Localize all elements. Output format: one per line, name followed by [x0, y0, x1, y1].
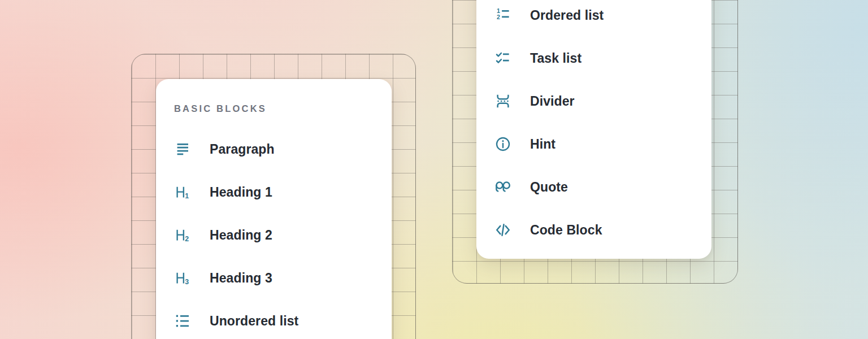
menu-item-ordered-list[interactable]: 12 Ordered list: [494, 4, 695, 27]
quote-icon: [494, 179, 511, 195]
menu-item-heading-1[interactable]: 1 Heading 1: [174, 181, 375, 203]
menu-item-task-list[interactable]: Task list: [494, 47, 695, 69]
svg-text:1: 1: [185, 192, 189, 200]
hint-icon: [494, 136, 511, 153]
menu-item-quote[interactable]: Quote: [494, 176, 695, 198]
heading-3-icon: 3: [174, 270, 191, 286]
menu-item-label: Hint: [530, 137, 555, 152]
menu-item-label: Divider: [530, 94, 575, 109]
unordered-list-icon: [174, 312, 191, 329]
ordered-list-icon: 12: [494, 7, 511, 24]
task-list-icon: [494, 50, 511, 67]
menu-item-label: Task list: [530, 51, 581, 66]
basic-blocks-menu-card: BASIC BLOCKS Paragraph 1 Heading 1 2 Hea…: [156, 79, 392, 339]
menu-item-label: Quote: [530, 180, 568, 195]
heading-1-icon: 1: [174, 184, 191, 201]
menu-item-heading-2[interactable]: 2 Heading 2: [174, 224, 375, 246]
paragraph-icon: [174, 141, 191, 158]
menu-item-label: Unordered list: [210, 314, 298, 329]
menu-item-label: Heading 3: [210, 271, 272, 286]
svg-text:2: 2: [185, 235, 189, 243]
divider-icon: [494, 93, 511, 110]
code-block-icon: [494, 221, 511, 238]
svg-text:2: 2: [497, 14, 500, 20]
menu-item-code-block[interactable]: Code Block: [494, 219, 695, 241]
menu-item-heading-3[interactable]: 3 Heading 3: [174, 267, 375, 289]
blocks-menu-card-continued: 12 Ordered list Task list Divider Hint: [476, 0, 711, 259]
menu-item-paragraph[interactable]: Paragraph: [174, 138, 375, 160]
menu-item-label: Code Block: [530, 223, 602, 238]
menu-item-unordered-list[interactable]: Unordered list: [174, 310, 375, 332]
menu-item-label: Ordered list: [530, 8, 604, 23]
menu-item-divider[interactable]: Divider: [494, 90, 695, 112]
menu-item-label: Heading 2: [210, 228, 272, 243]
menu-item-hint[interactable]: Hint: [494, 133, 695, 155]
menu-item-label: Paragraph: [210, 142, 275, 157]
section-title: BASIC BLOCKS: [174, 103, 375, 114]
menu-item-label: Heading 1: [210, 185, 272, 200]
svg-text:3: 3: [185, 278, 189, 286]
heading-2-icon: 2: [174, 227, 191, 244]
